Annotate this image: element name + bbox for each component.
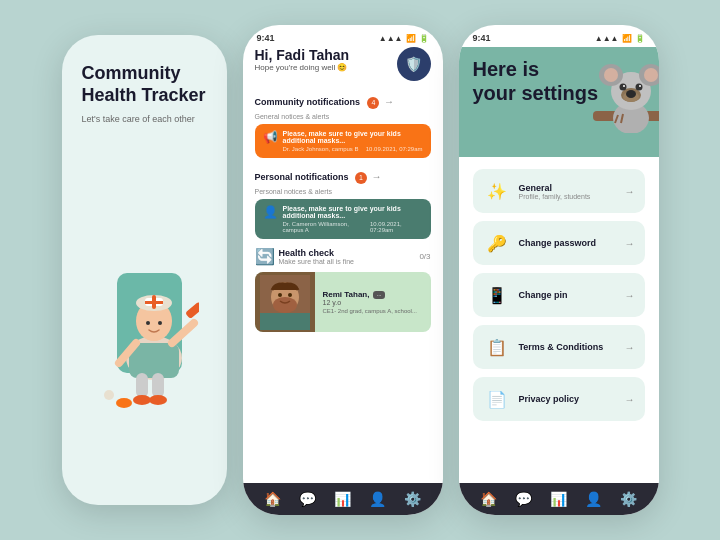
svg-point-22 [278,293,282,297]
settings-item-icon-0: ✨ [483,177,511,205]
health-person-photo [255,272,315,332]
settings-item-left-3: 📋 Terms & Conditions [483,333,604,361]
settings-title-line2: your settings [473,82,599,104]
settings-item-arrow-2: → [625,290,635,301]
settings-item-label-4: Privacy policy [519,394,580,404]
settings-item-4[interactable]: 📄 Privacy policy → [473,377,645,421]
health-more-badge: ··· [373,291,384,299]
settings-item-arrow-0: → [625,186,635,197]
personal-card-date: 10.09.2021, 07:29am [370,221,423,233]
personal-section-header: Personal notifications 1 → [255,166,431,184]
community-notif-card[interactable]: 📢 Please, make sure to give your kids ad… [255,124,431,158]
community-card-author: Dr. Jack Johnson, campus B [283,146,359,152]
health-title-group: Health check Make sure that all is fine [279,248,354,265]
settings-item-2[interactable]: 📱 Change pin → [473,273,645,317]
svg-point-23 [288,293,292,297]
settings-title-line1: Here is [473,58,540,80]
health-title: Health check [279,248,354,258]
megaphone-icon: 📢 [263,130,278,144]
app-subtitle: Let's take care of each other [82,114,207,124]
svg-point-15 [133,395,151,405]
person-icon: 👤 [263,205,278,219]
health-section: 🔄 Health check Make sure that all is fin… [255,247,431,332]
svg-rect-13 [136,373,148,398]
app-title: Community Health Tracker [82,63,207,106]
settings-nav-chat[interactable]: 💬 [515,491,532,507]
settings-bottom-nav: 🏠 💬 📊 👤 ⚙️ [459,483,659,515]
community-arrow: → [384,96,394,107]
settings-item-text-2: Change pin [519,290,568,300]
nav-chat-icon[interactable]: 💬 [299,491,316,507]
settings-item-left-4: 📄 Privacy policy [483,385,580,413]
settings-nav-stats[interactable]: 📊 [550,491,567,507]
community-title: Community notifications [255,97,361,107]
settings-nav-home[interactable]: 🏠 [480,491,497,507]
signal-icon: ▲▲▲ [379,34,403,43]
user-greeting: Hi, Fadi Tahan [255,47,350,63]
personal-notif-card[interactable]: 👤 Please, make sure to give your kids ad… [255,199,431,239]
settings-item-3[interactable]: 📋 Terms & Conditions → [473,325,645,369]
health-person-age: 12 y.o [323,299,417,306]
nav-profile-icon[interactable]: 👤 [369,491,386,507]
wifi-icon: 📶 [406,34,416,43]
svg-point-16 [149,395,167,405]
health-sub: Make sure that all is fine [279,258,354,265]
health-count: 0/3 [419,252,430,261]
settings-status-bar: 9:41 ▲▲▲ 📶 🔋 [459,25,659,47]
settings-signal-icon: ▲▲▲ [595,34,619,43]
svg-rect-11 [185,301,199,319]
svg-rect-14 [152,373,164,398]
settings-item-arrow-1: → [625,238,635,249]
phone-notifications: 9:41 ▲▲▲ 📶 🔋 Hi, Fadi Tahan Hope you're … [243,25,443,515]
nav-home-icon[interactable]: 🏠 [264,491,281,507]
settings-item-sub-0: Profile, family, students [519,193,591,200]
svg-rect-24 [260,313,310,330]
settings-item-label-3: Terms & Conditions [519,342,604,352]
settings-header: Here is your settings [459,47,659,157]
phone-community-health: Community Health Tracker Let's take care… [62,35,227,505]
community-badge: 4 [367,97,379,109]
health-person-school: CE1- 2nd grad, campus A, school... [323,308,417,314]
settings-item-icon-1: 🔑 [483,229,511,257]
svg-point-31 [644,68,658,82]
settings-item-icon-2: 📱 [483,281,511,309]
badge-shield: 🛡️ [397,47,431,81]
battery-icon: 🔋 [419,34,429,43]
status-bar: 9:41 ▲▲▲ 📶 🔋 [243,25,443,47]
settings-item-label-2: Change pin [519,290,568,300]
settings-item-1[interactable]: 🔑 Change password → [473,221,645,265]
settings-status-time: 9:41 [473,33,491,43]
personal-card-meta: Dr. Cameron Williamson, campus A 10.09.2… [283,221,423,233]
settings-title: Here is your settings [473,57,645,105]
settings-nav-gear[interactable]: ⚙️ [620,491,637,507]
community-header-left: Community notifications 4 → [255,91,394,109]
community-card-meta: Dr. Jack Johnson, campus B 10.09.2021, 0… [283,146,423,152]
phone-2-body: Hi, Fadi Tahan Hope you're doing well 😊 … [243,47,443,483]
community-section-header: Community notifications 4 → [255,91,431,109]
greeting-text: Hi, Fadi Tahan Hope you're doing well 😊 [255,47,350,72]
settings-item-left-1: 🔑 Change password [483,229,597,257]
health-left: 🔄 Health check Make sure that all is fin… [255,247,354,266]
settings-nav-profile[interactable]: 👤 [585,491,602,507]
svg-point-9 [158,321,162,325]
settings-item-0[interactable]: ✨ General Profile, family, students → [473,169,645,213]
personal-arrow: → [371,171,381,182]
settings-item-text-4: Privacy policy [519,394,580,404]
personal-header-left: Personal notifications 1 → [255,166,382,184]
personal-title: Personal notifications [255,172,349,182]
health-card[interactable]: Remi Tahan, ··· 12 y.o CE1- 2nd grad, ca… [255,272,431,332]
svg-rect-7 [145,301,163,304]
svg-point-8 [146,321,150,325]
greeting-subtext: Hope you're doing well 😊 [255,63,350,72]
greeting-section: Hi, Fadi Tahan Hope you're doing well 😊 … [255,47,431,81]
health-person-name: Remi Tahan, [323,290,370,299]
settings-status-icons: ▲▲▲ 📶 🔋 [595,34,645,43]
nav-settings-icon[interactable]: ⚙️ [404,491,421,507]
nurse-illustration [82,140,207,485]
settings-wifi-icon: 📶 [622,34,632,43]
phone-settings: 9:41 ▲▲▲ 📶 🔋 Here is your settings [459,25,659,515]
nav-stats-icon[interactable]: 📊 [334,491,351,507]
personal-badge: 1 [355,172,367,184]
status-time: 9:41 [257,33,275,43]
svg-point-17 [116,398,132,408]
